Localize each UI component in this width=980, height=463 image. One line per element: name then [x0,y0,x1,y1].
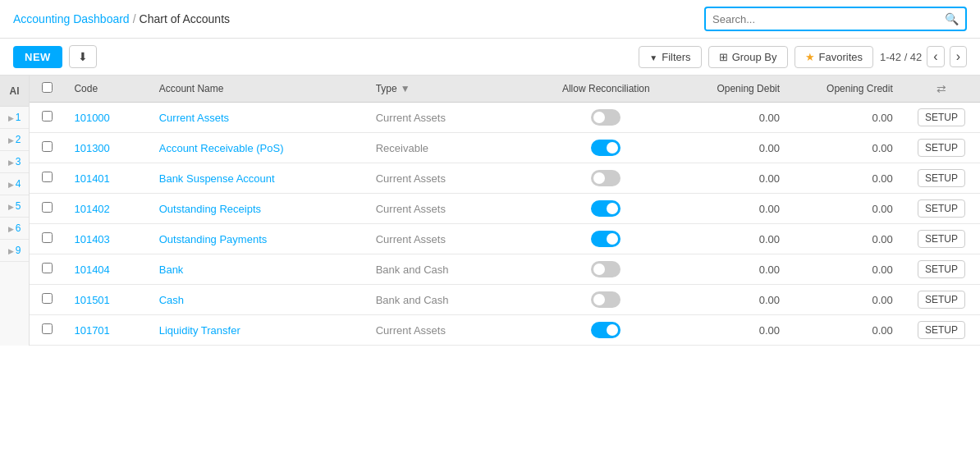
account-name-link[interactable]: Account Receivable (PoS) [159,142,284,154]
expand-icon-9 [8,245,14,256]
expand-icon-6 [8,222,14,234]
row-checkbox[interactable] [42,172,53,182]
reconcile-toggle[interactable] [591,109,621,126]
toolbar-right: Filters Group By Favorites 1-42 / 42 [639,46,967,68]
reconcile-toggle[interactable] [591,231,621,247]
toggle-slider [591,261,621,277]
row-code: 101401 [64,163,149,194]
next-page-button[interactable] [950,46,967,67]
favorites-button[interactable]: Favorites [795,46,873,68]
account-name-link[interactable]: Bank Suspense Account [159,172,275,185]
type-sort-icon: ▼ [401,83,410,94]
row-opening-debit: 0.00 [676,133,790,163]
select-all-checkbox[interactable] [42,82,53,93]
row-checkbox[interactable] [42,141,53,152]
account-name-link[interactable]: Current Assets [159,112,229,124]
account-name-link[interactable]: Liquidity Transfer [159,324,240,337]
col-header-account[interactable]: Account Name [149,76,366,103]
group-item-1[interactable]: 1 [0,107,29,129]
row-checkbox-cell [30,103,64,133]
row-checkbox[interactable] [42,232,53,243]
row-opening-debit: 0.00 [676,194,790,224]
reconcile-toggle[interactable] [591,170,621,186]
table-row: 101403 Outstanding Payments Current Asse… [30,224,980,254]
code-link[interactable]: 101402 [74,203,109,215]
type-value: Current Assets [376,112,446,124]
reconcile-toggle[interactable] [591,261,621,277]
group-item-3[interactable]: 3 [0,151,29,173]
type-value: Current Assets [376,233,446,245]
column-settings-button[interactable] [903,76,980,103]
row-checkbox-cell [30,224,64,254]
search-input[interactable] [706,9,938,30]
download-button[interactable] [69,45,97,68]
breadcrumb-separator: / [133,12,136,25]
row-opening-debit: 0.00 [676,315,790,346]
new-button[interactable]: NEW [13,46,62,68]
reconcile-toggle[interactable] [591,140,621,156]
row-opening-credit: 0.00 [790,285,903,315]
group-item-5[interactable]: 5 [0,195,29,218]
group-item-6[interactable]: 6 [0,218,29,240]
reconcile-toggle[interactable] [591,291,621,308]
row-checkbox[interactable] [42,263,53,273]
table-container: Al 1 2 3 4 5 6 9 [0,76,980,346]
setup-button[interactable]: SETUP [918,321,965,339]
row-type: Receivable [366,133,536,163]
setup-button[interactable]: SETUP [918,199,965,218]
col-header-code[interactable]: Code [64,76,149,103]
breadcrumb-link[interactable]: Accounting Dashboard [13,12,130,25]
code-link[interactable]: 101701 [74,324,109,337]
setup-button[interactable]: SETUP [918,108,965,126]
row-setup-cell: SETUP [903,315,980,346]
row-checkbox[interactable] [42,323,53,334]
prev-page-button[interactable] [927,46,944,67]
table-row: 101300 Account Receivable (PoS) Receivab… [30,133,980,163]
code-link[interactable]: 101403 [74,233,109,245]
row-opening-debit: 0.00 [676,285,790,315]
reconcile-toggle[interactable] [591,200,621,217]
table-row: 101404 Bank Bank and Cash 0.00 0.00 SETU… [30,254,980,285]
row-type: Current Assets [366,224,536,254]
code-link[interactable]: 101401 [74,172,109,185]
code-link[interactable]: 101000 [74,112,109,124]
row-checkbox-cell [30,315,64,346]
toolbar: NEW Filters Group By Favorites 1-42 / 42 [0,39,980,76]
row-code: 101404 [64,254,149,285]
account-name-link[interactable]: Outstanding Payments [159,233,268,245]
setup-button[interactable]: SETUP [918,169,965,187]
group-item-2[interactable]: 2 [0,129,29,151]
row-opening-debit: 0.00 [676,224,790,254]
setup-button[interactable]: SETUP [918,291,965,309]
filter-icon [649,51,657,63]
group-sidebar-header: Al [0,76,29,107]
code-link[interactable]: 101300 [74,142,109,154]
row-checkbox[interactable] [42,293,53,304]
group-item-4[interactable]: 4 [0,173,29,195]
group-item-9[interactable]: 9 [0,240,29,262]
code-link[interactable]: 101404 [74,264,109,276]
row-code: 101701 [64,315,149,346]
row-checkbox[interactable] [42,111,53,121]
row-opening-credit: 0.00 [790,103,903,133]
code-link[interactable]: 101501 [74,294,109,306]
row-reconcile [535,224,676,254]
expand-icon [8,112,14,123]
account-name-link[interactable]: Bank [159,264,184,276]
setup-button[interactable]: SETUP [918,260,965,278]
row-checkbox[interactable] [42,202,53,213]
setup-button[interactable]: SETUP [918,139,965,157]
expand-icon-5 [8,200,14,212]
reconcile-toggle[interactable] [591,322,621,338]
groupby-button[interactable]: Group By [708,46,788,68]
search-button[interactable] [938,8,965,30]
type-label: Type [376,83,397,94]
next-icon [956,51,960,63]
account-name-link[interactable]: Outstanding Receipts [159,203,261,215]
row-account-name: Cash [149,285,366,315]
account-name-link[interactable]: Cash [159,294,184,306]
col-header-type[interactable]: Type ▼ [366,76,536,103]
filters-button[interactable]: Filters [639,46,701,68]
setup-button[interactable]: SETUP [918,230,965,248]
row-opening-debit: 0.00 [676,254,790,285]
